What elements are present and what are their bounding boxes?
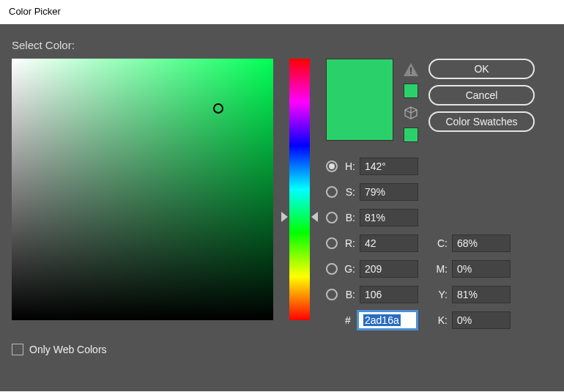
h-label: H:: [342, 160, 355, 172]
r-label: R:: [342, 237, 355, 249]
hsb-b-label: B:: [342, 212, 355, 223]
color-swatches-button[interactable]: Color Swatches: [428, 111, 535, 132]
m-label: M:: [433, 263, 448, 275]
s-label: S:: [342, 186, 355, 198]
hex-hash: #: [342, 314, 354, 326]
new-color-swatch: [327, 59, 393, 100]
web-colors-label: Only Web Colors: [29, 344, 107, 355]
saturation-radio[interactable]: [326, 186, 338, 198]
red-radio[interactable]: [326, 237, 338, 249]
saturation-brightness-field[interactable]: [12, 59, 273, 320]
color-preview: [326, 59, 393, 141]
svg-rect-0: [410, 67, 412, 72]
hue-radio[interactable]: [326, 160, 338, 172]
hsb-b-input[interactable]: 81%: [360, 209, 418, 226]
web-colors-checkbox[interactable]: [12, 344, 23, 355]
ok-button[interactable]: OK: [428, 59, 535, 79]
g-label: G:: [342, 263, 355, 275]
cancel-button[interactable]: Cancel: [428, 85, 535, 106]
hex-input[interactable]: 2ad16a: [358, 311, 417, 329]
y-input[interactable]: 81%: [452, 286, 511, 303]
y-label: Y:: [433, 289, 448, 300]
sb-cursor: [213, 103, 223, 114]
websafe-swatch[interactable]: [404, 127, 418, 142]
h-input[interactable]: 142°: [360, 158, 418, 175]
g-input[interactable]: 209: [360, 260, 418, 278]
blue-radio[interactable]: [326, 289, 338, 300]
gamut-swatch[interactable]: [404, 84, 418, 98]
rgb-b-label: B:: [342, 289, 355, 300]
hue-indicator-right: [311, 212, 318, 222]
m-input[interactable]: 0%: [452, 260, 511, 278]
hue-indicator-left: [281, 212, 288, 222]
c-input[interactable]: 68%: [452, 234, 511, 252]
green-radio[interactable]: [326, 263, 338, 275]
gamut-warning-icon[interactable]: [404, 63, 418, 76]
s-input[interactable]: 79%: [360, 183, 418, 201]
k-input[interactable]: 0%: [452, 311, 511, 329]
websafe-cube-icon[interactable]: [404, 106, 418, 120]
hue-slider[interactable]: [289, 59, 310, 320]
r-input[interactable]: 42: [360, 234, 418, 252]
window-title: Color Picker: [0, 0, 564, 24]
rgb-b-input[interactable]: 106: [360, 286, 418, 303]
brightness-radio[interactable]: [326, 212, 338, 223]
svg-rect-1: [410, 73, 412, 74]
k-label: K:: [433, 314, 448, 326]
current-color-swatch[interactable]: [327, 100, 393, 140]
select-color-label: Select Color:: [12, 39, 552, 51]
c-label: C:: [433, 237, 448, 249]
color-picker-panel: Select Color:: [0, 24, 564, 391]
